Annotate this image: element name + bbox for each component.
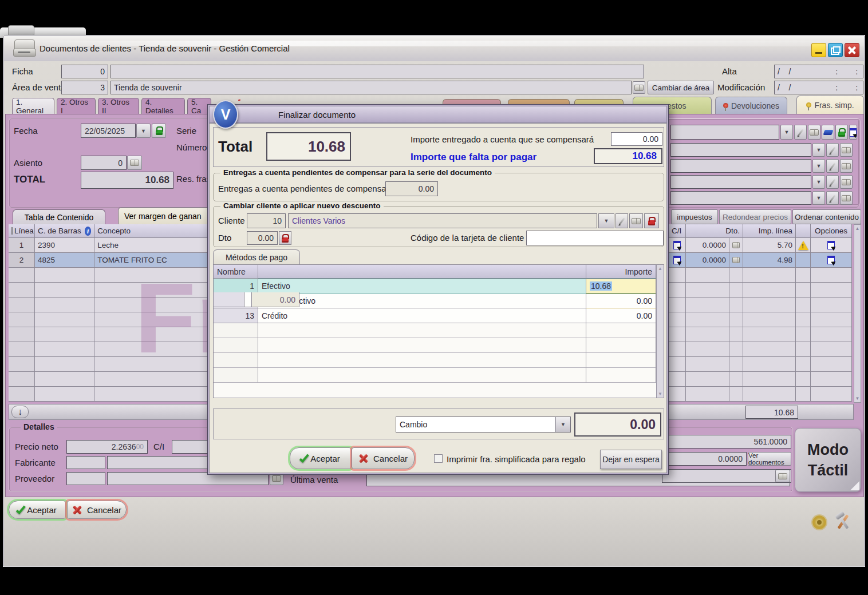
- proveedor-code-field[interactable]: [66, 472, 105, 485]
- tab-detalles[interactable]: 4. Detalles: [141, 98, 185, 114]
- pay-row-credito[interactable]: 13 Crédito 0.00: [214, 308, 656, 323]
- pay-empty-row[interactable]: [214, 338, 656, 353]
- pay-empty-row[interactable]: [214, 353, 656, 368]
- redondear-precios-button[interactable]: Redondear precios: [719, 209, 791, 224]
- aux-2-edit-button[interactable]: [826, 159, 839, 173]
- aux-3-lookup-button[interactable]: [840, 175, 853, 189]
- serie-scan-button[interactable]: [822, 125, 834, 140]
- aux-2-dropdown-button[interactable]: ▼: [812, 159, 825, 173]
- cliente-name-field[interactable]: Clientes Varios: [288, 213, 597, 228]
- content-empty-row[interactable]: [9, 283, 210, 298]
- content-empty-row[interactable]: [669, 327, 853, 342]
- fecha-dropdown-button[interactable]: ▼: [136, 124, 151, 138]
- dto-lock-button[interactable]: [279, 231, 291, 245]
- select-all-checkbox[interactable]: [11, 227, 13, 235]
- linea-column-header[interactable]: Línea ✓: [9, 224, 35, 238]
- content-row-1-right[interactable]: 0.0000 5.70 !: [669, 238, 853, 253]
- document-ref-field[interactable]: [111, 65, 644, 78]
- content-empty-row[interactable]: [9, 387, 210, 402]
- aux-4-edit-button[interactable]: [826, 191, 839, 205]
- book-icon[interactable]: [732, 242, 740, 248]
- area-venta-lookup-button[interactable]: [633, 81, 645, 94]
- content-row-2-right[interactable]: 0.0000 4.98: [669, 253, 853, 268]
- cliente-lookup-button[interactable]: [629, 213, 643, 228]
- book-icon[interactable]: [732, 257, 740, 263]
- concepto-column-header[interactable]: Concepto: [94, 224, 210, 238]
- content-empty-row[interactable]: [669, 357, 853, 372]
- content-empty-row[interactable]: [9, 268, 210, 283]
- title-bar[interactable]: Documentos de clientes - Tienda de souve…: [4, 36, 864, 61]
- pay-importe-header[interactable]: Importe: [586, 265, 656, 279]
- aux-4-dropdown-button[interactable]: ▼: [812, 191, 825, 205]
- modo-tactil-button[interactable]: Modo Táctil: [795, 428, 861, 492]
- importe-input-selected[interactable]: 10.68: [590, 281, 612, 291]
- content-empty-row[interactable]: [9, 372, 210, 387]
- ci-column-header[interactable]: C/I: [669, 224, 686, 238]
- tab-otros-2[interactable]: 3. Otros II: [98, 98, 139, 114]
- cliente-dropdown-button[interactable]: ▼: [598, 213, 614, 228]
- content-empty-row[interactable]: [669, 312, 853, 327]
- content-row-1[interactable]: 1 2390 Leche: [9, 238, 210, 253]
- pay-empty-row[interactable]: [214, 368, 656, 383]
- cambio-select[interactable]: Cambio ▼: [396, 416, 571, 433]
- area-venta-code-field[interactable]: 3: [61, 81, 108, 94]
- aux-field-1[interactable]: [670, 143, 811, 157]
- serie-edit-button[interactable]: [794, 125, 807, 140]
- dialog-title-bar[interactable]: V Finalizar documento: [209, 106, 667, 123]
- tarjeta-field[interactable]: [526, 231, 664, 245]
- impuestos-button[interactable]: impuestos: [671, 209, 718, 224]
- content-row-2-selected[interactable]: 2 4825 TOMATE FRITO EC: [9, 253, 210, 268]
- aceptar-button[interactable]: Aceptar: [9, 501, 66, 519]
- ver-documentos-button[interactable]: Ver documentos: [748, 452, 791, 466]
- tab-devoluciones[interactable]: Devoluciones: [715, 97, 787, 114]
- content-empty-row[interactable]: [669, 283, 853, 298]
- barras-column-header[interactable]: C. de Barras i: [35, 224, 94, 238]
- aux-3-edit-button[interactable]: [826, 175, 839, 189]
- cancelar-button[interactable]: Cancelar: [67, 501, 127, 519]
- chevron-down-icon[interactable]: ▼: [555, 417, 570, 432]
- fecha-lock-button[interactable]: [152, 124, 166, 138]
- aux-field-4[interactable]: [670, 191, 811, 205]
- scroll-down-icon[interactable]: ▼: [855, 396, 860, 401]
- ficha-field[interactable]: 0: [61, 65, 108, 78]
- observaciones-field[interactable]: [662, 469, 791, 483]
- aux-1-lookup-button[interactable]: [840, 143, 853, 157]
- edit-icon[interactable]: [673, 256, 681, 264]
- asiento-lookup-button[interactable]: [127, 156, 142, 170]
- aux-1-dropdown-button[interactable]: ▼: [812, 143, 825, 157]
- pay-nombre-header[interactable]: Nombre: [214, 265, 258, 279]
- ver-margen-button[interactable]: Ver margen de ganan: [118, 207, 213, 224]
- dialog-cancelar-button[interactable]: Cancelar: [352, 447, 415, 469]
- content-empty-row[interactable]: [669, 372, 853, 387]
- aux-4-lookup-button[interactable]: [840, 191, 853, 205]
- cambiar-area-button[interactable]: Cambiar de área: [648, 81, 714, 94]
- tools-icon[interactable]: [834, 513, 851, 530]
- scroll-up-icon[interactable]: ▲: [855, 226, 860, 231]
- cliente-lock-button[interactable]: [644, 213, 659, 228]
- serie-dropdown-button[interactable]: ▼: [780, 125, 793, 140]
- aux-1-edit-button[interactable]: [826, 143, 839, 157]
- aux-3-dropdown-button[interactable]: ▼: [812, 175, 825, 189]
- content-empty-row[interactable]: [9, 342, 210, 357]
- content-empty-row[interactable]: [9, 312, 210, 327]
- aux-2-lookup-button[interactable]: [840, 159, 853, 173]
- dto-column-header[interactable]: Dto.: [686, 224, 743, 238]
- fabricante-code-field[interactable]: [66, 456, 105, 469]
- content-empty-row[interactable]: [669, 342, 853, 357]
- tab-general[interactable]: 1. General: [12, 98, 54, 114]
- edit-icon[interactable]: [673, 241, 681, 249]
- cliente-code-field[interactable]: 10: [247, 213, 286, 228]
- opciones-column-header[interactable]: Opciones: [811, 224, 852, 238]
- ordenar-contenido-button[interactable]: Ordenar contenido: [792, 209, 861, 224]
- asiento-field[interactable]: 0: [81, 156, 127, 170]
- area-venta-name-field[interactable]: Tienda de souvenir: [111, 81, 632, 94]
- settings-gear-icon[interactable]: [812, 515, 826, 529]
- dto-field[interactable]: 0.00: [247, 231, 278, 245]
- fecha-field[interactable]: 22/05/2025: [81, 124, 136, 138]
- tab-otros-1[interactable]: 2. Otros I: [57, 98, 96, 114]
- content-empty-row[interactable]: [669, 268, 853, 283]
- cliente-edit-button[interactable]: [616, 213, 628, 228]
- restore-button[interactable]: [828, 43, 843, 57]
- serie-lookup-button[interactable]: [808, 125, 820, 140]
- dejar-en-espera-button[interactable]: Dejar en espera: [600, 450, 662, 469]
